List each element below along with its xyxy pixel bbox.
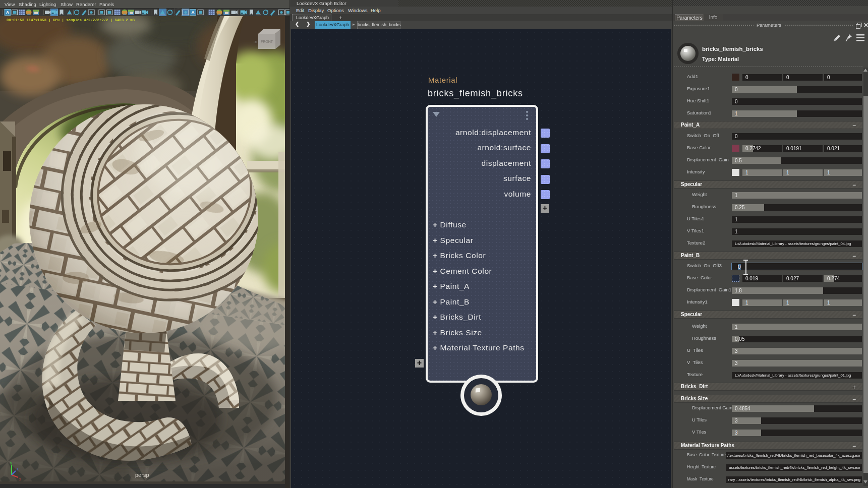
- svg-text:x: x: [19, 477, 21, 481]
- svg-text:RI: RI: [254, 40, 257, 43]
- svg-text:y: y: [10, 461, 12, 465]
- svg-text:FRONT: FRONT: [261, 40, 273, 43]
- svg-text:z: z: [17, 467, 19, 471]
- svg-text:A: A: [6, 10, 10, 15]
- svg-text:A: A: [191, 10, 195, 15]
